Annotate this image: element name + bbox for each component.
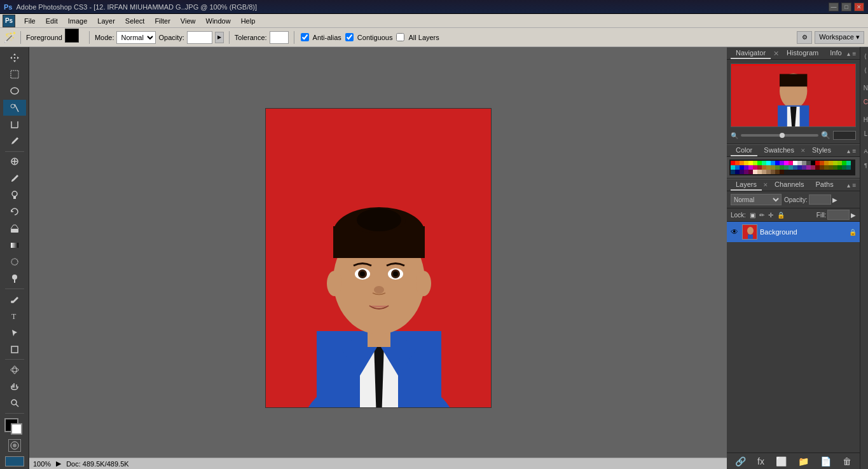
zoom-tool[interactable] (3, 395, 26, 411)
win-maximize-btn[interactable]: □ (841, 3, 851, 11)
navigator-collapse-btn[interactable]: ▴ (847, 50, 850, 57)
win-close-btn[interactable]: ✕ (854, 3, 864, 11)
icon-bar-paragraph[interactable]: ¶ (860, 159, 868, 172)
swatch[interactable] (780, 161, 784, 165)
mode-select[interactable]: Normal (116, 31, 156, 44)
swatch[interactable] (766, 165, 771, 170)
swatch[interactable] (833, 161, 837, 165)
eraser-tool[interactable] (3, 221, 26, 236)
lock-transparent-btn[interactable]: ▣ (750, 212, 755, 219)
icon-bar-btn-2[interactable]: ⟨ (860, 64, 868, 76)
swatch[interactable] (784, 161, 789, 165)
swatch[interactable] (762, 165, 766, 170)
text-tool[interactable]: T (3, 308, 26, 323)
swatch[interactable] (824, 161, 829, 165)
swatch[interactable] (846, 165, 851, 170)
swatch[interactable] (824, 165, 829, 170)
history-brush-tool[interactable] (3, 204, 26, 220)
swatch[interactable] (748, 161, 753, 165)
add-mask-btn[interactable]: ⬜ (773, 456, 789, 466)
lock-all-btn[interactable]: 🔒 (777, 212, 785, 219)
menu-window[interactable]: Window (201, 16, 236, 26)
color-collapse-btn[interactable]: ▴ (847, 147, 850, 154)
stamp-tool[interactable] (3, 187, 26, 203)
layer-visibility-toggle[interactable]: 👁 (729, 227, 740, 237)
new-layer-btn[interactable]: 📄 (818, 456, 834, 466)
swatch[interactable] (762, 170, 766, 174)
shape-tool[interactable] (3, 341, 26, 357)
swatch[interactable] (833, 165, 837, 170)
swatch[interactable] (820, 161, 824, 165)
menu-layer[interactable]: Layer (92, 16, 120, 26)
foreground-color-swatch[interactable] (65, 29, 79, 43)
swatch[interactable] (780, 165, 784, 170)
gradient-tool[interactable] (3, 237, 26, 253)
all-layers-checkbox[interactable] (396, 33, 404, 41)
icon-bar-color[interactable]: C (860, 95, 868, 108)
swatch[interactable] (735, 161, 740, 165)
swatch[interactable] (837, 165, 842, 170)
layers-options-btn[interactable]: ≡ (853, 182, 857, 189)
swatch[interactable] (842, 165, 846, 170)
swatch[interactable] (771, 161, 775, 165)
swatch[interactable] (744, 170, 748, 174)
brush-tool[interactable] (3, 170, 26, 186)
new-group-btn[interactable]: 📁 (796, 456, 811, 466)
icon-bar-btn-1[interactable]: ⟨ (860, 50, 868, 62)
swatch[interactable] (735, 170, 740, 174)
lock-pixels-btn[interactable]: ✏ (759, 212, 764, 219)
menu-view[interactable]: View (176, 16, 201, 26)
icon-bar-layers[interactable]: L (860, 127, 868, 140)
lock-position-btn[interactable]: ✛ (768, 212, 773, 219)
swatch[interactable] (806, 161, 811, 165)
tab-styles[interactable]: Styles (807, 145, 836, 156)
tab-navigator[interactable]: Navigator (731, 48, 771, 59)
swatch[interactable] (731, 170, 735, 174)
navigator-options-btn[interactable]: ≡ (853, 50, 857, 57)
link-layers-btn[interactable]: 🔗 (733, 456, 748, 466)
add-style-btn[interactable]: fx (755, 456, 767, 466)
eyedropper-tool[interactable] (3, 133, 26, 149)
menu-image[interactable]: Image (63, 16, 93, 26)
swatch[interactable] (771, 170, 775, 174)
menu-file[interactable]: File (19, 16, 41, 26)
swatch[interactable] (829, 165, 833, 170)
tab-swatches[interactable]: Swatches (759, 145, 799, 156)
opacity-arrow[interactable]: ▶ (215, 32, 224, 43)
menu-edit[interactable]: Edit (41, 16, 63, 26)
layers-collapse-btn[interactable]: ▴ (847, 182, 850, 189)
icon-bar-text[interactable]: A (860, 145, 868, 158)
contiguous-checkbox[interactable] (345, 33, 354, 41)
fill-input[interactable]: 100% (827, 210, 850, 220)
swatch[interactable] (775, 161, 780, 165)
tab-color[interactable]: Color (731, 145, 757, 156)
layers-opacity-arrow[interactable]: ▶ (832, 196, 837, 203)
tab-info[interactable]: Info (825, 48, 846, 59)
magic-wand-tool[interactable] (3, 100, 26, 116)
swatch[interactable] (748, 170, 753, 174)
swatch[interactable] (802, 165, 806, 170)
swatch[interactable] (811, 161, 815, 165)
swatch[interactable] (806, 165, 811, 170)
nav-zoom-out-icon[interactable]: 🔍 (731, 132, 738, 139)
anti-alias-checkbox[interactable] (301, 33, 309, 41)
swatch[interactable] (757, 161, 762, 165)
swatch[interactable] (731, 165, 735, 170)
swatch[interactable] (744, 165, 748, 170)
screen-mode-btn[interactable] (5, 456, 24, 466)
swatch[interactable] (793, 165, 797, 170)
icon-bar-navigator[interactable]: N (860, 81, 868, 94)
layers-mode-select[interactable]: Normal (731, 194, 782, 205)
swatch[interactable] (740, 165, 744, 170)
swatch[interactable] (762, 161, 766, 165)
opacity-input[interactable]: 100% (187, 31, 212, 44)
swatch[interactable] (837, 161, 842, 165)
swatch[interactable] (793, 161, 797, 165)
swatch[interactable] (740, 161, 744, 165)
pen-tool[interactable] (3, 291, 26, 307)
swatch[interactable] (757, 165, 762, 170)
background-color-tool[interactable] (11, 423, 22, 435)
swatch[interactable] (789, 165, 793, 170)
delete-layer-btn[interactable]: 🗑 (840, 456, 854, 466)
tolerance-input[interactable]: 32 (270, 31, 289, 44)
